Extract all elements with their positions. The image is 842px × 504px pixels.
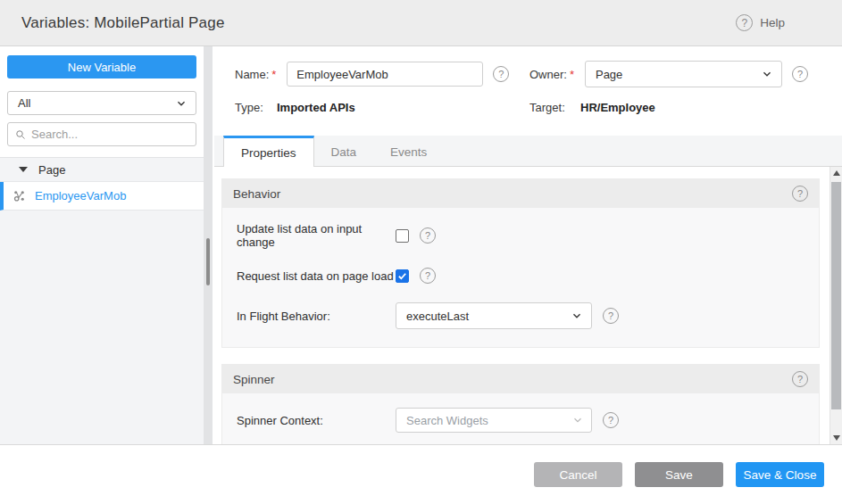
spinner-context-select[interactable]: Search Widgets — [396, 408, 592, 433]
scrollbar-thumb[interactable] — [831, 182, 841, 409]
dialog-header: Variables: MobilePartial Page Help — [0, 0, 842, 46]
tab-properties[interactable]: Properties — [223, 136, 314, 167]
tab-data[interactable]: Data — [314, 136, 374, 166]
behavior-section: Behavior Update list data on input chang… — [221, 178, 820, 348]
chevron-down-icon — [570, 309, 584, 323]
type-value: Imported APIs — [277, 101, 355, 114]
target-value: HR/Employee — [580, 101, 655, 114]
owner-required-mark: * — [570, 68, 574, 81]
tree-item-employeevarmob[interactable]: EmployeeVarMob — [0, 182, 204, 211]
request-list-label: Request list data on page load — [237, 269, 396, 283]
variable-filter-value: All — [18, 96, 174, 110]
spinner-section-body: Spinner Context: Search Widgets Spinner … — [222, 393, 819, 444]
name-input[interactable] — [287, 62, 483, 87]
owner-select[interactable]: Page — [585, 61, 782, 87]
splitter-drag-handle[interactable] — [206, 238, 210, 285]
sidebar-splitter — [204, 46, 214, 444]
tree-item-label: EmployeeVarMob — [35, 189, 126, 202]
request-list-checkbox[interactable] — [396, 269, 409, 283]
behavior-section-body: Update list data on input change Request… — [222, 208, 819, 347]
variable-filter-select[interactable]: All — [7, 91, 196, 115]
sidebar-controls: New Variable All — [0, 46, 204, 157]
spinner-section-title: Spinner — [233, 373, 275, 386]
new-variable-button[interactable]: New Variable — [7, 55, 196, 78]
owner-select-value: Page — [596, 68, 760, 81]
dialog-body: New Variable All Page — [0, 46, 842, 444]
target-label: Target: — [529, 101, 580, 114]
in-flight-behavior-select[interactable]: executeLast — [396, 302, 592, 329]
behavior-section-title: Behavior — [233, 187, 280, 201]
variables-dialog: Variables: MobilePartial Page Help New V… — [0, 0, 842, 504]
help-label: Help — [760, 16, 785, 29]
update-list-checkbox[interactable] — [396, 229, 409, 243]
main-panel: Name:* Owner:* Page — [214, 46, 842, 444]
help-circle-icon — [736, 14, 753, 31]
variables-tree: Page EmployeeVarMob — [0, 157, 204, 444]
behavior-help-icon[interactable] — [792, 186, 808, 202]
chevron-down-icon — [174, 96, 188, 111]
cancel-button[interactable]: Cancel — [534, 462, 622, 487]
chevron-down-icon — [760, 67, 774, 81]
save-and-close-button[interactable]: Save & Close — [736, 462, 824, 487]
in-flight-label: In Flight Behavior: — [237, 310, 396, 323]
variables-sidebar: New Variable All Page — [0, 46, 204, 444]
properties-tab-content: Behavior Update list data on input chang… — [214, 167, 842, 444]
help-button[interactable]: Help — [736, 14, 785, 31]
spinner-section-header: Spinner — [222, 365, 819, 393]
variable-summary-form: Name:* Owner:* Page — [214, 46, 842, 136]
update-list-help-icon[interactable] — [420, 227, 436, 244]
chevron-down-icon — [571, 414, 584, 426]
scroll-up-arrow[interactable] — [830, 167, 842, 179]
in-flight-behavior-value: executeLast — [406, 310, 570, 323]
collapse-caret-icon — [19, 167, 28, 172]
spinner-context-placeholder: Search Widgets — [406, 414, 571, 427]
dialog-footer: Cancel Save Save & Close — [0, 444, 842, 504]
tab-bar: Properties Data Events — [214, 136, 842, 167]
name-required-mark: * — [271, 68, 276, 81]
in-flight-help-icon[interactable] — [603, 308, 619, 324]
spinner-help-icon[interactable] — [792, 371, 808, 387]
behavior-section-header: Behavior — [222, 179, 819, 208]
name-help-icon[interactable] — [493, 66, 509, 82]
save-button[interactable]: Save — [635, 462, 723, 487]
name-label: Name: — [235, 68, 269, 81]
spinner-context-help-icon[interactable] — [603, 412, 619, 428]
type-label: Type: — [235, 101, 277, 114]
spinner-context-label: Spinner Context: — [237, 414, 396, 427]
search-input[interactable] — [31, 128, 188, 141]
scroll-down-arrow[interactable] — [830, 432, 842, 444]
service-variable-icon — [13, 189, 26, 202]
request-list-help-icon[interactable] — [420, 268, 436, 284]
page-title: Variables: MobilePartial Page — [21, 14, 225, 32]
vertical-scrollbar[interactable] — [829, 167, 842, 444]
update-list-label: Update list data on input change — [237, 222, 396, 249]
tab-events[interactable]: Events — [373, 136, 444, 166]
spinner-section: Spinner Spinner Context: Search Widgets — [221, 364, 820, 444]
tree-group-page[interactable]: Page — [0, 158, 204, 182]
search-icon — [15, 128, 26, 141]
tree-group-label: Page — [38, 163, 65, 177]
variable-search-box — [7, 122, 196, 146]
owner-label: Owner: — [529, 68, 567, 81]
owner-help-icon[interactable] — [792, 66, 808, 82]
